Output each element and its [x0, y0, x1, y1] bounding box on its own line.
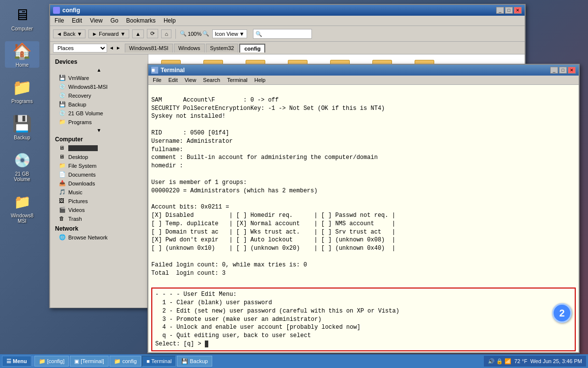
sidebar-item-21gb[interactable]: 💿 21 GB Volume — [50, 109, 148, 118]
taskbar-terminal-label2: [Terminal] — [81, 358, 104, 364]
systray: 🔊 🔒 📶 72 °F Wed Jun 25, 3:46 PM — [484, 356, 586, 367]
win81msi-icon: 💿 — [59, 83, 66, 90]
up-button[interactable]: ▲ — [132, 29, 144, 38]
terminal-body[interactable]: SAM Account\F : 0 -> off SECURITY PolSec… — [148, 85, 579, 352]
loc-prev-btn[interactable]: ◄ — [109, 45, 114, 51]
file-manager-title-text: config — [62, 7, 80, 14]
sidebar-item-videos[interactable]: 🎬 Videos — [50, 206, 148, 214]
taskbar-terminal-btn[interactable]: ▣ [Terminal] — [70, 356, 109, 367]
terminal-maximize-button[interactable]: □ — [559, 67, 567, 74]
zoom-indicator: 🔍 100% 🔍 — [180, 30, 209, 37]
sidebar-label-music: Music — [68, 189, 83, 195]
terminal-window: ■ Terminal _ □ ✕ File Edit View Search T… — [147, 64, 580, 353]
desktop-icon-win8msi[interactable]: 📁 Windows8MSI — [5, 192, 39, 224]
sidebar-item-backup[interactable]: 💾 Backup — [50, 100, 148, 109]
breadcrumb-tab-windows[interactable]: Windows — [174, 44, 205, 53]
breadcrumb-tab-win81msi[interactable]: Windows81-MSI — [125, 44, 173, 53]
terminal-title: ■ Terminal — [151, 67, 185, 74]
sidebar-item-win81msi[interactable]: 💿 Windows81-MSI — [50, 82, 148, 91]
term-menu-search[interactable]: Search — [201, 77, 222, 83]
maximize-button[interactable]: □ — [505, 7, 513, 14]
menu-help[interactable]: Help — [162, 17, 177, 25]
breadcrumb-tab-system32[interactable]: System32 — [206, 44, 239, 53]
sidebar-item-user[interactable]: 🖥 ■■■■■ — [50, 144, 148, 153]
places-dropdown[interactable]: Places — [53, 44, 107, 53]
sidebar-item-desktop[interactable]: 🖥 Desktop — [50, 153, 148, 161]
sidebar-item-vmware[interactable]: 💾 VmWare — [50, 74, 148, 82]
term-menu-view[interactable]: View — [183, 77, 198, 83]
home-button[interactable]: ⌂ — [161, 29, 171, 38]
terminal-minimize-button[interactable]: _ — [550, 67, 558, 74]
desktop-icon-21gb[interactable]: 💿 21 GBVolume — [5, 150, 39, 182]
menu-view[interactable]: View — [88, 17, 104, 25]
desktop-icon-home-label: Home — [16, 62, 29, 68]
sidebar-label-programs: Programs — [68, 119, 92, 125]
desktop-icon-21gb-label: 21 GBVolume — [14, 171, 30, 182]
sidebar-label-downloads: Downloads — [68, 181, 95, 186]
sidebar-scroll-down-btn[interactable]: ▼ — [50, 127, 148, 134]
zoom-icon2: 🔍 — [202, 30, 209, 37]
sidebar-item-documents[interactable]: 📄 Documents — [50, 170, 148, 179]
terminal-close-button[interactable]: ✕ — [568, 67, 576, 74]
menu-bookmarks[interactable]: Bookmarks — [125, 17, 157, 25]
back-button[interactable]: ◄ Back ▼ — [53, 29, 85, 38]
desktop-icon-programs[interactable]: 📁 Programs — [5, 78, 39, 104]
sidebar-item-pictures[interactable]: 🖼 Pictures — [50, 197, 148, 206]
user-icon: 🖥 — [59, 145, 66, 152]
sidebar-label-browse-network: Browse Network — [68, 235, 108, 240]
minimize-button[interactable]: _ — [496, 7, 504, 14]
sidebar-label-recovery: Recovery — [68, 93, 91, 99]
term-menu-edit[interactable]: Edit — [167, 77, 179, 83]
taskbar-terminal-active-label: Terminal — [151, 358, 172, 364]
reload-button[interactable]: ⟳ — [147, 29, 158, 38]
file-manager-title-icon — [53, 7, 60, 14]
menu-file[interactable]: File — [53, 17, 65, 25]
sidebar-label-pictures: Pictures — [68, 198, 88, 204]
systray-datetime: Wed Jun 25, 3:46 PM — [530, 358, 582, 364]
sidebar-item-filesystem[interactable]: 📁 File System — [50, 161, 148, 170]
downloads-icon: 📥 — [59, 180, 66, 187]
sidebar-item-browse-network[interactable]: 🌐 Browse Network — [50, 233, 148, 242]
sidebar-item-programs[interactable]: 📁 Programs — [50, 118, 148, 127]
view-dropdown-arrow: ▼ — [239, 31, 245, 37]
desktop-icon-backup-label: Backup — [14, 135, 30, 140]
sidebar-item-trash[interactable]: 🗑 Trash — [50, 214, 148, 223]
trash-icon: 🗑 — [59, 215, 66, 222]
pictures-icon: 🖼 — [59, 198, 66, 205]
view-dropdown[interactable]: Icon View ▼ — [212, 29, 247, 38]
sidebar-label-trash: Trash — [68, 216, 82, 222]
taskbar-terminal-active-button[interactable]: ■ Terminal — [142, 356, 176, 367]
taskbar-backup-button[interactable]: 💾 Backup — [177, 356, 212, 367]
breadcrumb-tab-config[interactable]: config — [239, 44, 265, 53]
videos-icon: 🎬 — [59, 207, 66, 213]
forward-button[interactable]: ► Forward ▼ — [88, 29, 129, 38]
desktop-icon-home[interactable]: 🏠 Home — [5, 41, 39, 68]
term-menu-help[interactable]: Help — [253, 77, 267, 83]
desktop-icon-programs-label: Programs — [11, 99, 32, 104]
browse-network-icon: 🌐 — [59, 234, 66, 241]
desktop-icon-computer[interactable]: 🖥 Computer — [5, 5, 39, 31]
sidebar-item-music[interactable]: 🎵 Music — [50, 188, 148, 197]
menu-edit[interactable]: Edit — [70, 17, 84, 25]
recovery-icon: 💿 — [59, 92, 66, 99]
search-input[interactable] — [253, 29, 312, 39]
desktop-icon-backup[interactable]: 💾 Backup — [5, 114, 39, 140]
term-menu-file[interactable]: File — [151, 77, 163, 83]
loc-next-btn[interactable]: ► — [116, 45, 121, 51]
terminal-menubar: File Edit View Search Terminal Help — [148, 76, 579, 85]
taskbar-config2-button[interactable]: 📁 config — [110, 356, 141, 367]
taskbar-config-button[interactable]: 📁 [config] — [34, 356, 69, 367]
menu-go[interactable]: Go — [109, 17, 120, 25]
start-button[interactable]: ☰ Menu — [2, 356, 31, 367]
sidebar-scroll-up-btn[interactable]: ▲ — [50, 66, 148, 74]
sidebar-label-desktop: Desktop — [68, 154, 88, 160]
21gb-icon: 💿 — [59, 110, 66, 117]
vmware-icon: 💾 — [59, 75, 66, 81]
sidebar-section-computer: Computer — [50, 134, 148, 144]
sidebar-item-recovery[interactable]: 💿 Recovery — [50, 91, 148, 100]
close-button[interactable]: ✕ — [514, 7, 522, 14]
term-menu-terminal[interactable]: Terminal — [225, 77, 249, 83]
sidebar-item-downloads[interactable]: 📥 Downloads — [50, 179, 148, 188]
sidebar-label-videos: Videos — [68, 207, 84, 213]
taskbar-config-label: [config] — [47, 358, 64, 364]
